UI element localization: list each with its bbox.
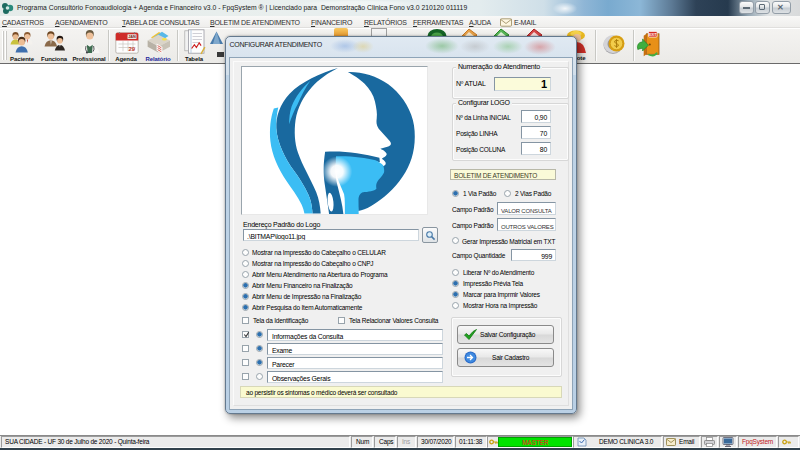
svg-text:EXIT: EXIT <box>649 33 657 37</box>
svg-text:JAN: JAN <box>128 35 136 39</box>
svg-text:29: 29 <box>128 46 135 52</box>
